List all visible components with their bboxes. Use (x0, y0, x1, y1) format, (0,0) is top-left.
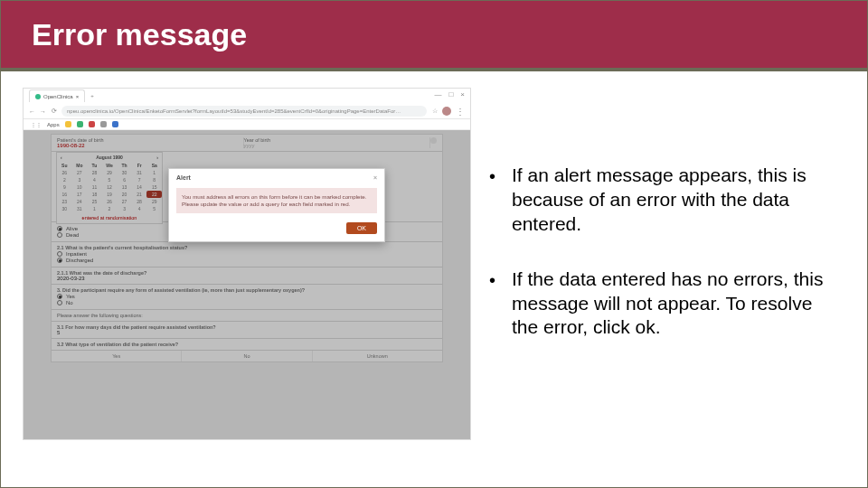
slide-title-bar: Error message (1, 1, 867, 71)
apps-label[interactable]: Apps (47, 122, 60, 127)
bookmarks-bar: ⋮⋮ Apps (24, 119, 470, 130)
slide-title: Error message (1, 17, 247, 52)
nav-reload-icon[interactable]: ⟳ (51, 108, 57, 115)
bookmark-icon[interactable] (65, 121, 71, 127)
alert-body: You must address all errors on this form… (176, 188, 377, 213)
apps-icon[interactable]: ⋮⋮ (31, 121, 42, 127)
bookmark-icon[interactable] (112, 121, 118, 127)
nav-back-icon[interactable]: ← (29, 108, 35, 115)
bullet-text: If the data entered has no errors, this … (512, 267, 831, 341)
nav-forward-icon[interactable]: → (40, 108, 46, 115)
bullet-icon: • (489, 164, 495, 237)
alert-dialog: Alert × You must address all errors on t… (168, 168, 385, 242)
url-text: npeu.openclinica.io/OpenClinica/EnketoFo… (67, 108, 401, 114)
alert-title: Alert (176, 174, 191, 181)
address-bar[interactable]: npeu.openclinica.io/OpenClinica/EnketoFo… (61, 106, 427, 117)
bullet-item: • If the data entered has no errors, thi… (489, 267, 831, 341)
bullet-list: • If an alert message appears, this is b… (489, 88, 858, 440)
bullet-item: • If an alert message appears, this is b… (489, 164, 831, 237)
star-icon[interactable]: ☆ (431, 108, 438, 115)
window-maximize-icon[interactable]: □ (448, 90, 453, 99)
screenshot-panel: OpenClinica × + — □ × ← → ⟳ npeu.openc (23, 88, 471, 440)
bookmark-icon[interactable] (100, 121, 107, 127)
alert-ok-button[interactable]: OK (346, 222, 377, 234)
window-close-icon[interactable]: × (460, 90, 465, 99)
bullet-icon: • (489, 267, 495, 341)
bullet-text: If an alert message appears, this is bec… (512, 164, 831, 237)
browser-tab-label: OpenClinica (43, 94, 73, 99)
kebab-menu-icon[interactable]: ⋮ (456, 107, 465, 117)
tab-close-icon[interactable]: × (76, 94, 80, 99)
bookmark-icon[interactable] (89, 121, 95, 127)
bookmark-icon[interactable] (77, 121, 83, 127)
alert-close-icon[interactable]: × (373, 174, 377, 181)
window-minimize-icon[interactable]: — (434, 90, 441, 99)
new-tab-icon[interactable]: + (90, 93, 94, 99)
browser-tab[interactable]: OpenClinica × (29, 89, 85, 102)
profile-avatar-icon[interactable] (442, 107, 451, 116)
favicon-icon (35, 94, 41, 99)
